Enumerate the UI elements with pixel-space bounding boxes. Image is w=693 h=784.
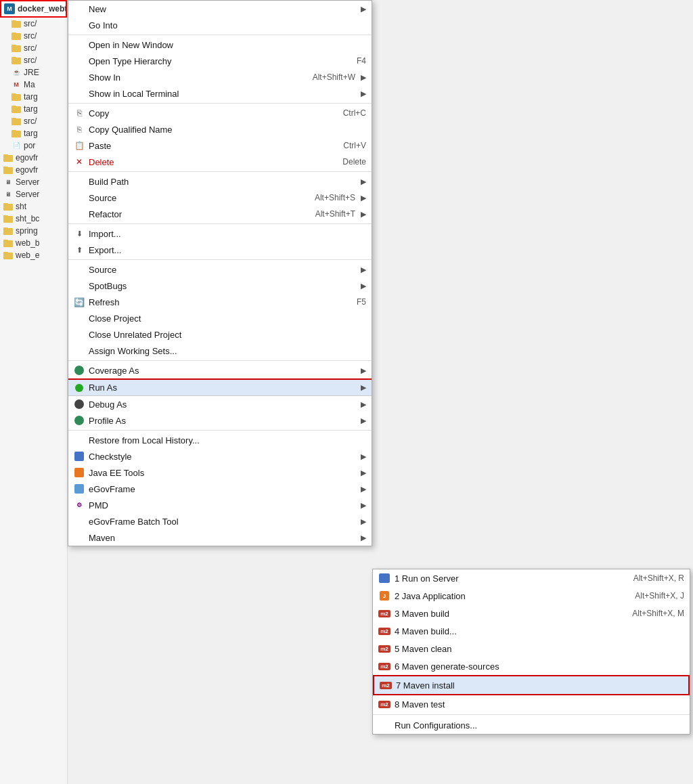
submenu-item-maven-build[interactable]: m2 3 Maven build Alt+Shift+X, M: [373, 605, 690, 622]
tree-item[interactable]: ☕ JRE: [0, 66, 67, 79]
checkstyle-icon: [74, 451, 85, 462]
tree-item[interactable]: egovfr: [0, 152, 67, 164]
copy-qualified-icon: ⎘: [74, 124, 85, 135]
tree-item[interactable]: sht: [0, 200, 67, 213]
sidebar: M docker_webtest src/ src/ src/ src/ ☕ J…: [0, 0, 68, 784]
menu-item-coverage-as[interactable]: Coverage As ▶: [68, 362, 372, 378]
menu-item-delete[interactable]: ✕ Delete Delete: [68, 154, 372, 170]
project-title[interactable]: M docker_webtest: [0, 0, 67, 18]
tree-item[interactable]: spring: [0, 225, 67, 237]
menu-item-paste[interactable]: 📋 Paste Ctrl+V: [68, 137, 372, 154]
folder-icon: [3, 165, 14, 175]
submenu-item-run-server[interactable]: 1 Run on Server Alt+Shift+X, R: [373, 569, 690, 587]
menu-item-maven[interactable]: Maven ▶: [68, 529, 372, 546]
menu-item-egovframe[interactable]: eGovFrame ▶: [68, 481, 372, 497]
profile-icon: [74, 415, 85, 426]
egov-icon: [74, 483, 85, 494]
delete-icon: ✕: [74, 156, 85, 167]
m2-build-icon: m2: [378, 607, 390, 619]
tree-item[interactable]: 🖥 Server: [0, 176, 67, 188]
tree-item[interactable]: sht_bc: [0, 213, 67, 225]
menu-item-open-new-window[interactable]: Open in New Window: [68, 37, 372, 53]
tree-item[interactable]: egovfr: [0, 164, 67, 176]
m2-clean-icon: m2: [378, 643, 390, 655]
menu-item-restore-history[interactable]: Restore from Local History...: [68, 432, 372, 448]
menu-item-show-in[interactable]: Show In Alt+Shift+W ▶: [68, 69, 372, 85]
menu-item-egovframe-batch[interactable]: eGovFrame Batch Tool ▶: [68, 513, 372, 529]
tree-item[interactable]: src/: [0, 42, 67, 54]
menu-item-close-project[interactable]: Close Project: [68, 310, 372, 326]
submenu-item-maven-test[interactable]: m2 8 Maven test: [373, 695, 690, 713]
menu-item-copy-qualified[interactable]: ⎘ Copy Qualified Name: [68, 121, 372, 137]
tree-item[interactable]: src/: [0, 115, 67, 127]
submenu-item-maven-install[interactable]: m2 7 Maven install: [373, 675, 690, 695]
tree-item[interactable]: src/: [0, 18, 67, 30]
folder-icon: [11, 43, 22, 53]
menu-item-go-into[interactable]: Go Into: [68, 17, 372, 33]
menu-item-import[interactable]: ⬇ Import...: [68, 225, 372, 242]
menu-item-debug-as[interactable]: Debug As ▶: [68, 396, 372, 412]
server-icon: 🖥: [3, 189, 14, 200]
submenu-item-java-app[interactable]: J 2 Java Application Alt+Shift+X, J: [373, 587, 690, 605]
folder-icon: [11, 30, 22, 41]
tree-item[interactable]: M Ma: [0, 79, 67, 91]
tree-item[interactable]: 🖥 Server: [0, 188, 67, 200]
tree-item[interactable]: src/: [0, 54, 67, 66]
jre-icon: ☕: [11, 67, 22, 78]
menu-item-refresh[interactable]: 🔄 Refresh F5: [68, 294, 372, 310]
tree-item[interactable]: targ: [0, 103, 67, 115]
refresh-icon: 🔄: [74, 297, 85, 307]
tree-item[interactable]: targ: [0, 91, 67, 103]
m2-build2-icon: m2: [378, 625, 390, 637]
submenu-item-maven-build2[interactable]: m2 4 Maven build...: [373, 622, 690, 640]
tree-item[interactable]: src/: [0, 30, 67, 42]
folder-icon: [3, 250, 14, 261]
menu-item-source2[interactable]: Source ▶: [68, 261, 372, 278]
menu-item-show-local-terminal[interactable]: Show in Local Terminal ▶: [68, 85, 372, 102]
menu-item-export[interactable]: ⬆ Export...: [68, 242, 372, 258]
menu-item-checkstyle[interactable]: Checkstyle ▶: [68, 448, 372, 464]
project-icon: M: [4, 3, 15, 14]
folder-icon: [11, 91, 22, 102]
menu-item-close-unrelated[interactable]: Close Unrelated Project: [68, 326, 372, 343]
menu-item-source[interactable]: Source Alt+Shift+S ▶: [68, 190, 372, 206]
menu-item-build-path[interactable]: Build Path ▶: [68, 173, 372, 190]
jee-icon: [74, 467, 85, 478]
m2-install-icon: m2: [380, 679, 392, 691]
menu-item-assign-working-sets[interactable]: Assign Working Sets...: [68, 343, 372, 359]
separator: [68, 223, 372, 224]
menu-item-spotbugs[interactable]: SpotBugs ▶: [68, 278, 372, 294]
folder-icon: [3, 152, 14, 163]
menu-item-profile-as[interactable]: Profile As ▶: [68, 412, 372, 429]
m2-generate-icon: m2: [378, 660, 390, 672]
separator: [68, 430, 372, 431]
server-run-icon: [378, 572, 390, 584]
run-configs-icon: [378, 719, 390, 731]
menu-item-run-as[interactable]: Run As ▶: [68, 378, 372, 396]
submenu-separator: [373, 714, 690, 715]
separator: [68, 171, 372, 172]
debug-icon: [74, 399, 85, 410]
menu-item-refactor[interactable]: Refactor Alt+Shift+T ▶: [68, 206, 372, 222]
submenu-item-run-configs[interactable]: Run Configurations...: [373, 716, 690, 734]
submenu-item-maven-generate[interactable]: m2 6 Maven generate-sources: [373, 657, 690, 675]
coverage-icon: [74, 365, 85, 376]
submenu-item-maven-clean[interactable]: m2 5 Maven clean: [373, 640, 690, 657]
tree-item[interactable]: web_e: [0, 249, 67, 261]
menu-item-open-type-hierarchy[interactable]: Open Type Hierarchy F4: [68, 53, 372, 69]
menu-item-pmd[interactable]: ⚙ PMD ▶: [68, 497, 372, 513]
separator: [68, 360, 372, 361]
run-as-submenu: 1 Run on Server Alt+Shift+X, R J 2 Java …: [372, 569, 690, 735]
file-icon: 📄: [11, 140, 22, 151]
maven-icon: M: [11, 79, 22, 90]
pmd-icon: ⚙: [74, 500, 85, 510]
menu-item-copy[interactable]: ⎘ Copy Ctrl+C: [68, 105, 372, 121]
java-app-icon: J: [378, 590, 390, 602]
tree-item[interactable]: 📄 por: [0, 139, 67, 152]
menu-item-java-ee-tools[interactable]: Java EE Tools ▶: [68, 464, 372, 481]
tree-item[interactable]: targ: [0, 127, 67, 139]
folder-icon: [11, 18, 22, 29]
tree-item[interactable]: web_b: [0, 237, 67, 249]
menu-item-new[interactable]: New ▶: [68, 1, 372, 17]
run-icon: [74, 383, 85, 393]
